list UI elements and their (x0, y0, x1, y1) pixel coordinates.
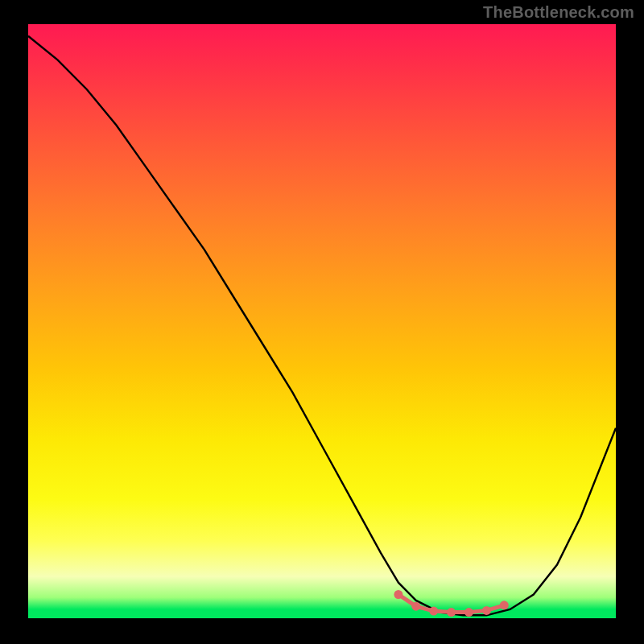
marker-dot (411, 602, 420, 611)
optimal-zone-markers (394, 590, 508, 617)
chart-container: TheBottleneck.com (0, 0, 644, 644)
marker-dot (429, 607, 438, 616)
watermark-text: TheBottleneck.com (483, 3, 634, 22)
marker-dot (447, 608, 456, 617)
marker-dot (464, 608, 473, 617)
plot-area (28, 24, 616, 618)
marker-dot (482, 606, 491, 615)
bottleneck-curve (28, 36, 616, 616)
chart-svg (28, 24, 616, 618)
marker-dot (394, 590, 402, 599)
marker-dot (500, 601, 509, 609)
